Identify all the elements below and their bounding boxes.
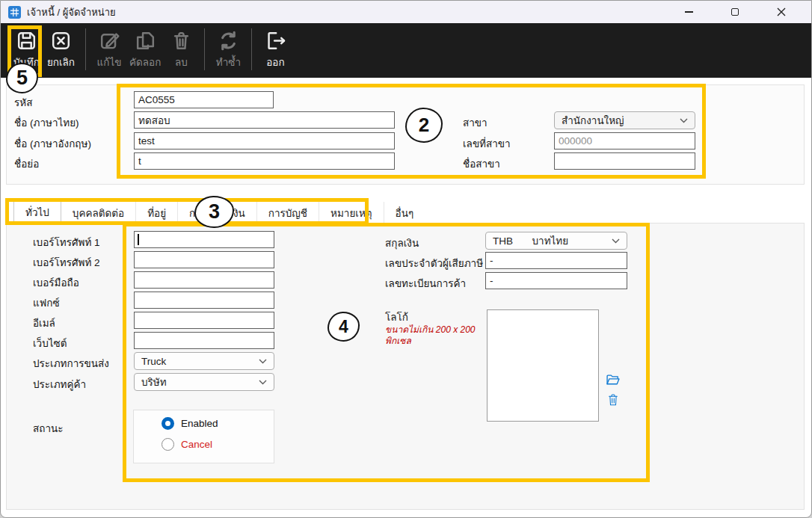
transport-type-combobox[interactable]: Truck — [134, 352, 274, 370]
currency-combobox[interactable]: THB บาทไทย — [485, 232, 627, 250]
website-input[interactable] — [134, 332, 274, 349]
phone1-label: เบอร์โทรศัพท์ 1 — [33, 234, 100, 250]
annotation-number: 5 — [16, 67, 28, 90]
radio-unselected-icon — [162, 438, 174, 451]
code-label: รหัส — [14, 94, 32, 111]
toolbar-divider — [85, 28, 86, 70]
copy-button: คัดลอก — [126, 27, 164, 72]
tab-address-label: ที่อยู่ — [147, 205, 166, 221]
tax-id-input[interactable] — [485, 252, 627, 269]
repeat-label: ทำซ้ำ — [216, 54, 241, 70]
status-option-cancel[interactable]: Cancel — [162, 438, 212, 451]
website-label: เว็บไซต์ — [33, 335, 67, 351]
status-cancel-label: Cancel — [181, 439, 212, 450]
fax-label: แฟกซ์ — [33, 295, 60, 311]
cancel-icon — [49, 28, 73, 53]
logo-browse-button[interactable] — [606, 373, 621, 389]
copy-icon — [133, 28, 158, 53]
copy-label: คัดลอก — [129, 54, 161, 70]
short-name-input[interactable] — [134, 152, 395, 170]
toolbar-divider — [251, 28, 252, 70]
transport-type-label: ประเภทการขนส่ง — [33, 355, 109, 371]
tab-address[interactable]: ที่อยู่ — [136, 202, 178, 223]
currency-code: THB — [493, 235, 513, 247]
branch-number-input — [554, 132, 695, 149]
logo-preview-box — [487, 309, 599, 422]
text-caret — [138, 234, 139, 245]
short-name-label: ชื่อย่อ — [14, 155, 39, 172]
fax-input[interactable] — [134, 292, 274, 309]
phone2-label: เบอร์โทรศัพท์ 2 — [33, 254, 100, 271]
branch-name-input[interactable] — [554, 152, 695, 170]
toolbar-divider — [204, 28, 205, 70]
annotation-number: 3 — [209, 200, 220, 223]
close-icon — [777, 7, 786, 16]
exit-button[interactable]: ออก — [259, 27, 292, 72]
tab-remarks[interactable]: หมายเหตุ — [319, 202, 384, 223]
tab-remarks-label: หมายเหตุ — [330, 205, 372, 221]
tab-others[interactable]: อื่นๆ — [384, 202, 425, 223]
branch-value: สำนักงานใหญ่ — [562, 112, 624, 129]
phone2-input[interactable] — [134, 251, 274, 268]
partner-type-combobox[interactable]: บริษัท — [134, 373, 274, 391]
transport-type-value: Truck — [141, 356, 166, 367]
edit-label: แก้ไข — [97, 54, 122, 70]
tab-general-label: ทั่วไป — [25, 204, 49, 221]
currency-name: บาทไทย — [532, 235, 569, 247]
logo-delete-button[interactable] — [607, 393, 619, 410]
annotation-number: 2 — [419, 114, 429, 137]
mobile-label: เบอร์มือถือ — [33, 274, 79, 291]
mobile-input[interactable] — [134, 271, 274, 289]
chevron-down-icon — [259, 359, 267, 364]
annotation-number: 4 — [339, 317, 348, 337]
trade-reg-label: เลขทะเบียนการค้า — [385, 275, 466, 292]
currency-label: สกุลเงิน — [385, 235, 419, 251]
logo-label: โลโก้ — [385, 309, 408, 325]
status-option-enabled[interactable]: Enabled — [162, 417, 218, 430]
save-icon — [14, 28, 39, 53]
name-english-input[interactable] — [134, 132, 395, 149]
titlebar: เจ้าหนี้ / ผู้จัดจำหน่าย — [1, 1, 811, 23]
tab-general[interactable]: ทั่วไป — [13, 200, 61, 223]
branch-label: สาขา — [463, 114, 487, 131]
maximize-icon — [731, 8, 739, 16]
radio-selected-icon — [162, 417, 174, 430]
app-window: เจ้าหนี้ / ผู้จัดจำหน่าย บันทึก ยกเลิก — [0, 0, 812, 518]
tax-id-label: เลขประจำตัวผู้เสียภาษี — [385, 255, 483, 271]
exit-label: ออก — [266, 54, 284, 70]
edit-icon — [97, 28, 122, 53]
close-button[interactable] — [771, 3, 792, 21]
tab-contacts[interactable]: บุคคลติดต่อ — [61, 202, 136, 223]
trash-icon — [607, 393, 619, 407]
minimize-icon — [685, 11, 693, 12]
cancel-button[interactable]: ยกเลิก — [43, 27, 79, 72]
app-icon — [8, 6, 21, 19]
cancel-label: ยกเลิก — [47, 54, 75, 70]
name-thai-input[interactable] — [134, 111, 395, 129]
edit-button: แก้ไข — [93, 27, 126, 72]
code-input[interactable] — [134, 91, 274, 108]
currency-value: THB บาทไทย — [493, 232, 568, 249]
delete-icon — [169, 28, 194, 53]
name-english-label: ชื่อ (ภาษาอังกฤษ) — [14, 135, 91, 152]
status-enabled-label: Enabled — [181, 418, 218, 429]
folder-open-icon — [606, 373, 621, 386]
branch-combobox[interactable]: สำนักงานใหญ่ — [554, 111, 695, 129]
exit-icon — [263, 28, 288, 53]
maximize-button[interactable] — [725, 3, 745, 21]
partner-type-value: บริษัท — [141, 374, 167, 390]
chevron-down-icon — [680, 118, 688, 123]
trade-reg-input[interactable] — [485, 272, 627, 289]
toolbar: บันทึก ยกเลิก แก้ไข คัดลอก — [1, 23, 811, 78]
name-thai-label: ชื่อ (ภาษาไทย) — [14, 114, 79, 131]
branch-name-label: ชื่อสาขา — [463, 155, 500, 172]
chevron-down-icon — [259, 380, 267, 385]
chevron-down-icon — [612, 238, 620, 244]
logo-size-note: ขนาดไม่เกิน 200 x 200 พิกเซล — [385, 324, 490, 347]
tab-others-label: อื่นๆ — [396, 205, 414, 221]
tab-accounting[interactable]: การบัญชี — [257, 202, 319, 223]
phone1-input[interactable] — [134, 231, 274, 248]
delete-label: ลบ — [175, 54, 188, 70]
email-input[interactable] — [134, 312, 274, 329]
minimize-button[interactable] — [678, 3, 699, 21]
